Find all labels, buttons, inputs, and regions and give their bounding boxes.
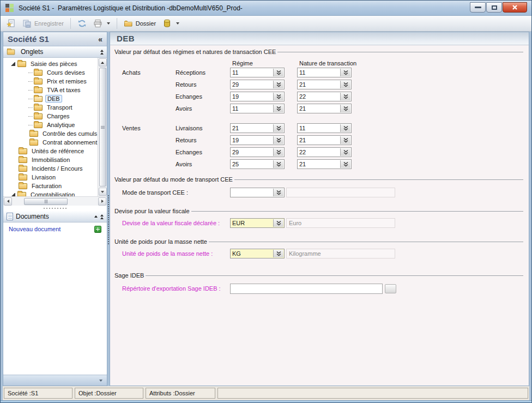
tree-item-facturation[interactable]: Facturation — [3, 182, 98, 190]
poids-combobox[interactable]: KG — [230, 249, 285, 258]
save-button[interactable]: Enregistrer — [20, 17, 66, 30]
tree-item-comptabilisation[interactable]: Comptabilisation — [3, 190, 98, 196]
group-rule — [191, 211, 523, 212]
regime-combobox[interactable]: 29 — [230, 80, 285, 89]
regime-combobox[interactable]: 11 — [230, 68, 285, 77]
tree-item-incidents-encours[interactable]: Incidents / Encours — [3, 164, 98, 173]
scroll-up-button[interactable] — [99, 58, 107, 67]
documents-section-header[interactable]: Documents — [3, 211, 107, 222]
combo-dropdown-button[interactable] — [273, 250, 283, 257]
combo-dropdown-button[interactable] — [340, 148, 350, 156]
combo-dropdown-button[interactable] — [273, 136, 283, 144]
tree-item-charges[interactable]: Charges — [3, 112, 98, 121]
combo-dropdown-button[interactable] — [273, 148, 283, 156]
scroll-right-button[interactable] — [98, 197, 106, 206]
refresh-button[interactable] — [75, 17, 89, 30]
tree-horizontal-scrollbar[interactable] — [3, 196, 107, 206]
scrollbar-thumb[interactable] — [24, 198, 68, 205]
expander-icon[interactable] — [11, 193, 15, 196]
database-dropdown-icon[interactable] — [176, 22, 179, 25]
new-document-link[interactable]: Nouveau document — [9, 226, 94, 232]
combo-dropdown-button[interactable] — [273, 189, 283, 196]
scroll-down-button[interactable] — [99, 188, 107, 196]
print-dropdown-icon[interactable] — [107, 22, 110, 25]
tree-item-livraison[interactable]: Livraison — [3, 173, 98, 182]
arrow-right-icon — [101, 200, 104, 203]
combo-dropdown-button[interactable] — [340, 124, 350, 132]
combo-dropdown-button[interactable] — [273, 69, 283, 76]
combo-dropdown-button[interactable] — [340, 81, 350, 88]
collapse-onglets-icon[interactable] — [100, 50, 104, 55]
collapse-up-icon[interactable] — [94, 215, 98, 218]
devise-combobox[interactable]: EUR — [230, 218, 285, 228]
database-button[interactable] — [160, 17, 182, 30]
regime-combobox[interactable]: 25 — [230, 159, 285, 169]
tree-item-immobilisation[interactable]: Immobilisation — [3, 155, 98, 164]
tree-item-cours-devises[interactable]: Cours devises — [3, 68, 98, 77]
close-button[interactable] — [503, 2, 527, 13]
nature-combobox[interactable]: 11 — [297, 68, 352, 77]
regime-combobox[interactable]: 29 — [230, 147, 285, 157]
double-chevron-down-icon — [276, 149, 282, 155]
sidebar-collapse-icon[interactable]: « — [98, 35, 102, 44]
mode-transport-combobox[interactable] — [230, 188, 285, 197]
nature-combobox[interactable]: 21 — [297, 104, 352, 113]
new-document-button[interactable] — [4, 17, 19, 30]
browse-button[interactable] — [385, 284, 396, 293]
tree-item-contrat-abonnement[interactable]: Contrat abonnement — [3, 138, 98, 147]
nature-combobox[interactable]: 21 — [297, 135, 352, 145]
combo-dropdown-button[interactable] — [340, 105, 350, 112]
tree-item-transport[interactable]: Transport — [3, 103, 98, 112]
combo-dropdown-button[interactable] — [340, 136, 350, 144]
tree-item-prix-et-remises[interactable]: Prix et remises — [3, 77, 98, 86]
title-bar[interactable]: Société S1 - Paramètres Logistique et Di… — [1, 1, 531, 16]
double-chevron-down-icon — [343, 149, 349, 155]
combo-dropdown-button[interactable] — [273, 124, 283, 132]
status-objet: Objet :Dossier — [75, 388, 143, 399]
minimize-button[interactable] — [470, 2, 486, 13]
add-document-button[interactable] — [94, 226, 101, 233]
tree-item-deb[interactable]: DEB — [3, 94, 98, 103]
tree-item-controle-des-cumuls[interactable]: Contrôle des cumuls — [3, 129, 98, 138]
combo-dropdown-button[interactable] — [273, 93, 283, 100]
nature-combobox[interactable]: 11 — [297, 123, 352, 133]
tree-item-unites-de-reference[interactable]: Unités de référence — [3, 147, 98, 155]
onglets-section-header[interactable]: Onglets — [3, 46, 107, 58]
expander-icon[interactable] — [11, 62, 15, 66]
scroll-left-button[interactable] — [4, 197, 12, 206]
nature-combobox[interactable]: 21 — [297, 80, 352, 89]
app-icon — [5, 4, 14, 12]
tree-item-saisie-des-pieces[interactable]: Saisie des pièces — [3, 59, 98, 68]
double-chevron-down-icon — [343, 125, 349, 131]
nature-combobox[interactable]: 21 — [297, 159, 352, 169]
scrollbar-thumb[interactable] — [99, 68, 106, 187]
regime-combobox[interactable]: 19 — [230, 135, 285, 145]
restore-button[interactable] — [486, 2, 502, 13]
page-title: DEB — [117, 34, 135, 43]
dossier-button[interactable]: Dossier — [121, 17, 159, 30]
nature-combobox[interactable]: 22 — [297, 92, 352, 101]
combo-dropdown-button[interactable] — [273, 81, 283, 88]
print-button[interactable] — [90, 17, 113, 30]
nature-combobox[interactable]: 22 — [297, 147, 352, 157]
collapse-documents-icon[interactable] — [100, 214, 104, 219]
row-achats-echanges: Echanges 19 22 — [110, 91, 523, 103]
sage-ideb-path-input[interactable] — [230, 284, 383, 294]
row-label: Retours — [176, 137, 230, 143]
tree-item-tva-et-taxes[interactable]: TVA et taxes — [3, 86, 98, 94]
tree-vertical-scrollbar[interactable] — [98, 58, 107, 196]
combo-dropdown-button[interactable] — [340, 93, 350, 100]
combo-dropdown-button[interactable] — [340, 160, 350, 168]
combo-dropdown-button[interactable] — [273, 160, 283, 168]
combo-dropdown-button[interactable] — [273, 219, 283, 227]
panel-scroll-down-icon[interactable] — [99, 380, 102, 382]
combo-dropdown-button[interactable] — [340, 69, 350, 76]
sidebar-splitter-handle[interactable] — [3, 206, 107, 211]
regime-combobox[interactable]: 19 — [230, 92, 285, 101]
combo-dropdown-button[interactable] — [273, 105, 283, 112]
regime-combobox[interactable]: 21 — [230, 123, 285, 133]
tree-item-analytique[interactable]: Analytique — [3, 121, 98, 129]
regime-combobox[interactable]: 11 — [230, 104, 285, 113]
panel-splitter[interactable] — [107, 32, 110, 386]
row-label: Retours — [176, 81, 230, 88]
